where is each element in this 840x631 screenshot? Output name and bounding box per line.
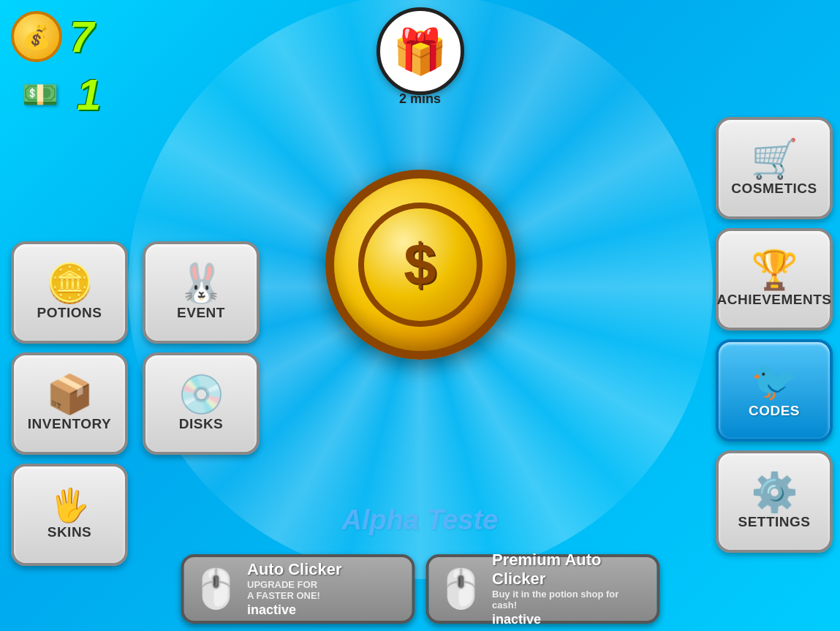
auto-clicker-sub2: A FASTER ONE! [247, 590, 342, 601]
settings-button[interactable]: ⚙️ SETTINGS [716, 450, 833, 553]
gift-timer[interactable]: 🎁 2 mins [377, 7, 464, 107]
gift-button[interactable]: 🎁 [377, 7, 464, 95]
potions-label: POTIONS [37, 305, 102, 321]
main-coin[interactable]: $ [325, 170, 515, 360]
coin-icon: 💰 [11, 11, 62, 62]
inventory-label: INVENTORY [28, 416, 111, 432]
premium-auto-clicker-status: inactive [492, 612, 648, 627]
bottom-bar: 🖱️ Auto Clicker UPGRADE FOR A FASTER ONE… [181, 554, 659, 624]
skins-icon: 🖐️ [50, 489, 90, 521]
auto-clicker-sub1: UPGRADE FOR [247, 579, 342, 590]
premium-auto-clicker-text: Premium Auto Clicker Buy it in the potio… [492, 551, 648, 627]
settings-label: SETTINGS [738, 514, 810, 530]
codes-label: CODES [749, 403, 800, 419]
event-button[interactable]: 🐰 EVENT [143, 241, 260, 344]
disks-label: DISKS [179, 416, 224, 432]
premium-auto-clicker-icon: 🖱️ [437, 567, 485, 611]
codes-button[interactable]: 🐦 CODES [716, 339, 833, 442]
coin-counter-row: 💰 7 [11, 11, 101, 62]
trophy-icon: 🏆 [751, 251, 798, 289]
auto-clicker-icon: 🖱️ [192, 567, 240, 611]
inventory-icon: 📦 [46, 375, 94, 413]
skins-button[interactable]: 🖐️ SKINS [11, 464, 128, 566]
cosmetics-button[interactable]: 🛒 COSMETICS [716, 117, 833, 219]
premium-auto-clicker-button[interactable]: 🖱️ Premium Auto Clicker Buy it in the po… [425, 554, 659, 624]
achievements-label: ACHIEVEMENTS [717, 292, 832, 308]
cart-icon: 🛒 [751, 140, 798, 178]
inventory-button[interactable]: 📦 INVENTORY [11, 352, 128, 455]
potions-icon: 🪙 [46, 264, 94, 302]
dollar-sign: $ [404, 231, 436, 298]
achievements-button[interactable]: 🏆 ACHIEVEMENTS [716, 228, 833, 330]
event-label: EVENT [177, 305, 225, 321]
gift-timer-label: 2 mins [399, 91, 441, 107]
auto-clicker-status: inactive [247, 602, 342, 618]
auto-clicker-text: Auto Clicker UPGRADE FOR A FASTER ONE! i… [247, 560, 342, 618]
alpha-text: Alpha Teste [342, 505, 499, 536]
bill-counter-row: 💵 1 [11, 69, 101, 120]
premium-auto-clicker-title: Premium Auto Clicker [492, 551, 648, 589]
gear-icon: ⚙️ [751, 473, 798, 511]
auto-clicker-title: Auto Clicker [247, 560, 342, 579]
auto-clicker-button[interactable]: 🖱️ Auto Clicker UPGRADE FOR A FASTER ONE… [181, 554, 415, 624]
disks-button[interactable]: 💿 DISKS [143, 352, 260, 455]
potions-button[interactable]: 🪙 POTIONS [11, 241, 128, 344]
bill-count: 1 [77, 69, 101, 120]
coin-count: 7 [69, 12, 94, 62]
money-icon: 💵 [11, 77, 69, 113]
cosmetics-label: COSMETICS [731, 181, 817, 197]
twitter-icon: 🐦 [751, 362, 798, 400]
skins-label: SKINS [48, 524, 92, 540]
disks-icon: 💿 [178, 375, 225, 413]
counter-area: 💰 7 💵 1 [11, 11, 101, 120]
main-coin-inner: $ [358, 203, 483, 327]
event-icon: 🐰 [178, 264, 225, 302]
premium-auto-clicker-sub2: cash! [492, 600, 648, 611]
premium-auto-clicker-sub1: Buy it in the potion shop for [492, 589, 648, 600]
